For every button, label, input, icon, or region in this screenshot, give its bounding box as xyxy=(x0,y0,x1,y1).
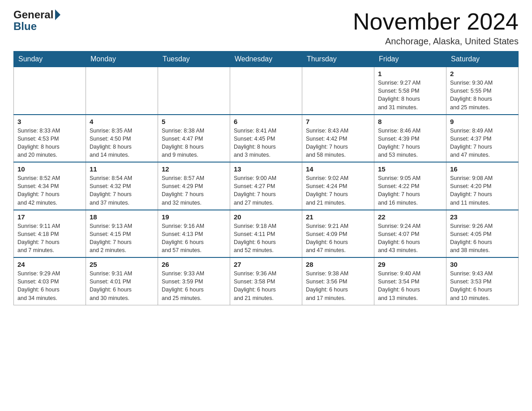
calendar-week-row: 3Sunrise: 8:33 AMSunset: 4:53 PMDaylight… xyxy=(14,115,519,163)
calendar-cell: 7Sunrise: 8:43 AMSunset: 4:42 PMDaylight… xyxy=(302,115,374,163)
day-info: Sunrise: 8:54 AMSunset: 4:32 PMDaylight:… xyxy=(90,174,154,207)
day-number: 17 xyxy=(17,213,82,221)
day-number: 15 xyxy=(378,165,442,173)
day-number: 2 xyxy=(450,70,515,77)
day-number: 18 xyxy=(90,213,154,221)
weekday-header-tuesday: Tuesday xyxy=(158,51,230,67)
weekday-header-thursday: Thursday xyxy=(302,51,374,67)
day-number: 23 xyxy=(450,213,515,221)
logo: General Blue xyxy=(13,9,60,33)
day-number: 7 xyxy=(306,118,370,125)
day-info: Sunrise: 9:13 AMSunset: 4:15 PMDaylight:… xyxy=(90,222,154,255)
calendar-week-row: 24Sunrise: 9:29 AMSunset: 4:03 PMDayligh… xyxy=(14,257,519,305)
calendar-cell: 22Sunrise: 9:24 AMSunset: 4:07 PMDayligh… xyxy=(374,210,446,258)
day-info: Sunrise: 9:31 AMSunset: 4:01 PMDaylight:… xyxy=(90,270,154,302)
day-number: 28 xyxy=(306,261,370,268)
weekday-header-wednesday: Wednesday xyxy=(230,51,302,67)
calendar-cell: 2Sunrise: 9:30 AMSunset: 5:55 PMDaylight… xyxy=(446,67,519,115)
calendar-cell xyxy=(14,67,86,115)
day-info: Sunrise: 9:38 AMSunset: 3:56 PMDaylight:… xyxy=(306,270,370,302)
calendar-cell: 13Sunrise: 9:00 AMSunset: 4:27 PMDayligh… xyxy=(230,162,302,210)
calendar-cell: 9Sunrise: 8:49 AMSunset: 4:37 PMDaylight… xyxy=(446,115,519,163)
day-number: 12 xyxy=(162,165,226,173)
calendar-cell: 14Sunrise: 9:02 AMSunset: 4:24 PMDayligh… xyxy=(302,162,374,210)
day-number: 27 xyxy=(234,261,298,268)
day-info: Sunrise: 8:41 AMSunset: 4:45 PMDaylight:… xyxy=(234,127,298,159)
day-number: 8 xyxy=(378,118,442,125)
day-info: Sunrise: 9:30 AMSunset: 5:55 PMDaylight:… xyxy=(450,79,515,111)
month-title: November 2024 xyxy=(353,9,519,34)
calendar-cell: 8Sunrise: 8:46 AMSunset: 4:39 PMDaylight… xyxy=(374,115,446,163)
day-info: Sunrise: 9:26 AMSunset: 4:05 PMDaylight:… xyxy=(450,222,515,255)
calendar-cell: 16Sunrise: 9:08 AMSunset: 4:20 PMDayligh… xyxy=(446,162,519,210)
day-info: Sunrise: 9:36 AMSunset: 3:58 PMDaylight:… xyxy=(234,270,298,302)
calendar-cell: 5Sunrise: 8:38 AMSunset: 4:47 PMDaylight… xyxy=(158,115,230,163)
day-info: Sunrise: 9:43 AMSunset: 3:53 PMDaylight:… xyxy=(450,270,515,302)
day-number: 19 xyxy=(162,213,226,221)
location-subtitle: Anchorage, Alaska, United States xyxy=(353,36,519,47)
day-number: 6 xyxy=(234,118,298,125)
calendar-table: SundayMondayTuesdayWednesdayThursdayFrid… xyxy=(13,51,519,305)
day-info: Sunrise: 9:11 AMSunset: 4:18 PMDaylight:… xyxy=(17,222,82,255)
day-info: Sunrise: 9:33 AMSunset: 3:59 PMDaylight:… xyxy=(162,270,226,302)
calendar-cell: 1Sunrise: 9:27 AMSunset: 5:58 PMDaylight… xyxy=(374,67,446,115)
day-info: Sunrise: 9:24 AMSunset: 4:07 PMDaylight:… xyxy=(378,222,442,255)
day-number: 20 xyxy=(234,213,298,221)
logo-arrow-icon xyxy=(55,9,60,20)
day-info: Sunrise: 8:49 AMSunset: 4:37 PMDaylight:… xyxy=(450,127,515,159)
calendar-week-row: 10Sunrise: 8:52 AMSunset: 4:34 PMDayligh… xyxy=(14,162,519,210)
calendar-week-row: 1Sunrise: 9:27 AMSunset: 5:58 PMDaylight… xyxy=(14,67,519,115)
calendar-cell: 23Sunrise: 9:26 AMSunset: 4:05 PMDayligh… xyxy=(446,210,519,258)
day-info: Sunrise: 8:35 AMSunset: 4:50 PMDaylight:… xyxy=(90,127,154,159)
calendar-cell: 21Sunrise: 9:21 AMSunset: 4:09 PMDayligh… xyxy=(302,210,374,258)
day-number: 24 xyxy=(17,261,82,268)
day-number: 10 xyxy=(17,165,82,173)
day-number: 29 xyxy=(378,261,442,268)
weekday-header-sunday: Sunday xyxy=(14,51,86,67)
day-number: 11 xyxy=(90,165,154,173)
day-info: Sunrise: 9:18 AMSunset: 4:11 PMDaylight:… xyxy=(234,222,298,255)
calendar-cell: 10Sunrise: 8:52 AMSunset: 4:34 PMDayligh… xyxy=(14,162,86,210)
calendar-cell: 12Sunrise: 8:57 AMSunset: 4:29 PMDayligh… xyxy=(158,162,230,210)
calendar-cell: 27Sunrise: 9:36 AMSunset: 3:58 PMDayligh… xyxy=(230,257,302,305)
day-number: 22 xyxy=(378,213,442,221)
day-number: 16 xyxy=(450,165,515,173)
day-number: 21 xyxy=(306,213,370,221)
logo-general-text: General xyxy=(13,9,53,21)
day-number: 14 xyxy=(306,165,370,173)
day-info: Sunrise: 9:29 AMSunset: 4:03 PMDaylight:… xyxy=(17,270,82,302)
calendar-cell: 29Sunrise: 9:40 AMSunset: 3:54 PMDayligh… xyxy=(374,257,446,305)
day-info: Sunrise: 9:27 AMSunset: 5:58 PMDaylight:… xyxy=(378,79,442,111)
day-info: Sunrise: 8:33 AMSunset: 4:53 PMDaylight:… xyxy=(17,127,82,159)
day-info: Sunrise: 8:43 AMSunset: 4:42 PMDaylight:… xyxy=(306,127,370,159)
day-number: 4 xyxy=(90,118,154,125)
day-info: Sunrise: 8:46 AMSunset: 4:39 PMDaylight:… xyxy=(378,127,442,159)
page-header: General Blue November 2024 Anchorage, Al… xyxy=(13,9,519,47)
calendar-cell xyxy=(230,67,302,115)
calendar-cell xyxy=(302,67,374,115)
day-number: 5 xyxy=(162,118,226,125)
day-info: Sunrise: 9:08 AMSunset: 4:20 PMDaylight:… xyxy=(450,174,515,207)
day-info: Sunrise: 9:40 AMSunset: 3:54 PMDaylight:… xyxy=(378,270,442,302)
day-number: 9 xyxy=(450,118,515,125)
day-info: Sunrise: 9:05 AMSunset: 4:22 PMDaylight:… xyxy=(378,174,442,207)
calendar-cell: 18Sunrise: 9:13 AMSunset: 4:15 PMDayligh… xyxy=(86,210,158,258)
day-info: Sunrise: 9:21 AMSunset: 4:09 PMDaylight:… xyxy=(306,222,370,255)
calendar-cell: 24Sunrise: 9:29 AMSunset: 4:03 PMDayligh… xyxy=(14,257,86,305)
day-number: 3 xyxy=(17,118,82,125)
calendar-cell: 20Sunrise: 9:18 AMSunset: 4:11 PMDayligh… xyxy=(230,210,302,258)
weekday-header-monday: Monday xyxy=(86,51,158,67)
calendar-cell: 26Sunrise: 9:33 AMSunset: 3:59 PMDayligh… xyxy=(158,257,230,305)
calendar-week-row: 17Sunrise: 9:11 AMSunset: 4:18 PMDayligh… xyxy=(14,210,519,258)
calendar-cell: 11Sunrise: 8:54 AMSunset: 4:32 PMDayligh… xyxy=(86,162,158,210)
calendar-cell xyxy=(86,67,158,115)
day-number: 13 xyxy=(234,165,298,173)
weekday-header-friday: Friday xyxy=(374,51,446,67)
day-info: Sunrise: 8:52 AMSunset: 4:34 PMDaylight:… xyxy=(17,174,82,207)
day-info: Sunrise: 9:16 AMSunset: 4:13 PMDaylight:… xyxy=(162,222,226,255)
calendar-cell: 15Sunrise: 9:05 AMSunset: 4:22 PMDayligh… xyxy=(374,162,446,210)
calendar-cell: 6Sunrise: 8:41 AMSunset: 4:45 PMDaylight… xyxy=(230,115,302,163)
day-number: 1 xyxy=(378,70,442,77)
calendar-header-row: SundayMondayTuesdayWednesdayThursdayFrid… xyxy=(14,51,519,67)
title-block: November 2024 Anchorage, Alaska, United … xyxy=(353,9,519,47)
